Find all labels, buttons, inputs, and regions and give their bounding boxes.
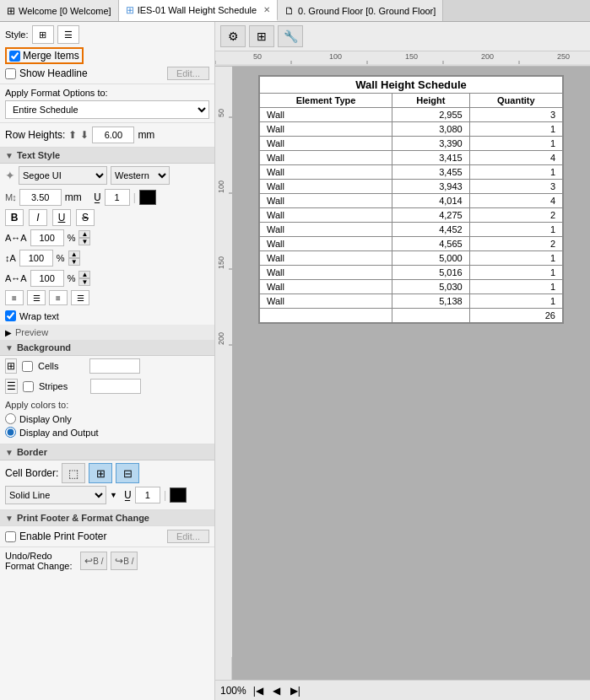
border-btn-outer[interactable]: ⬚ — [62, 463, 85, 483]
cells-checkbox[interactable] — [22, 361, 33, 372]
char-spacing-up[interactable]: ▲ — [78, 230, 90, 238]
align-right-btn[interactable]: ≡ — [49, 290, 68, 305]
font-select[interactable]: Segoe UI — [19, 166, 107, 185]
line-type-select[interactable]: Solid Line — [5, 486, 106, 504]
bold-btn[interactable]: B — [5, 209, 24, 226]
redo-btn[interactable]: ↪ B / — [111, 552, 138, 570]
stripes-row: ☰ Stripes — [0, 376, 214, 396]
border-header[interactable]: ▼ Border — [0, 444, 214, 460]
svg-text:50: 50 — [253, 52, 262, 61]
svg-rect-0 — [215, 51, 590, 64]
table-cell: 2,955 — [392, 108, 470, 122]
border-btn-inner[interactable]: ⊟ — [116, 463, 139, 483]
tab-welcome-label: Welcome [0 Welcome] — [19, 6, 111, 16]
enable-print-footer-checkbox[interactable] — [5, 531, 16, 542]
table-cell: 2 — [469, 208, 562, 223]
preview-row[interactable]: ▶ Preview — [0, 325, 214, 340]
pct-label-3: % — [68, 273, 76, 283]
merge-items-checkbox[interactable] — [9, 51, 20, 62]
nav-first-btn[interactable]: |◀ — [252, 684, 265, 697]
show-headline-checkbox[interactable] — [5, 68, 16, 79]
left-ruler: 50 100 150 200 — [215, 67, 232, 680]
nav-prev-btn[interactable]: ◀ — [270, 684, 284, 697]
tab-bar: ⊞ Welcome [0 Welcome] ⊞ IES-01 Wall Heig… — [0, 0, 590, 22]
table-btn[interactable]: ⊞ — [249, 25, 274, 47]
line-spacing-spin[interactable]: ▲ ▼ — [68, 250, 80, 266]
preview-arrow-icon: ▶ — [5, 328, 12, 337]
underline-btn[interactable]: U — [52, 209, 71, 226]
schedule-header-row: Element Type Height Quantity — [260, 94, 563, 108]
settings-btn[interactable]: ⚙ — [220, 25, 246, 47]
line-spacing-icon: ↕A — [5, 253, 16, 263]
italic-btn[interactable]: I — [29, 209, 47, 226]
style-edit-btn[interactable]: Edit... — [167, 67, 209, 80]
align-center-btn[interactable]: ☰ — [27, 290, 46, 305]
stripes-checkbox[interactable] — [23, 381, 34, 392]
size-icon: M↕ — [5, 192, 16, 202]
cells-color-box[interactable] — [89, 358, 140, 374]
border-btn-all[interactable]: ⊞ — [89, 463, 112, 483]
strikethrough-btn[interactable]: S — [76, 209, 95, 226]
border-width-input[interactable] — [135, 487, 160, 503]
print-footer-edit-btn[interactable]: Edit... — [167, 530, 209, 543]
apply-format-select[interactable]: Entire Schedule — [5, 100, 209, 119]
underline-width-input[interactable] — [105, 189, 130, 206]
word-spacing-up[interactable]: ▲ — [78, 271, 90, 278]
undo-redo-label1: Undo/Redo — [5, 551, 72, 561]
text-color-box[interactable] — [139, 190, 156, 205]
table-cell: 4,275 — [392, 208, 470, 223]
close-tab-icon[interactable]: ✕ — [263, 5, 270, 14]
table-row: Wall2,9553 — [260, 108, 563, 122]
size-input[interactable] — [19, 189, 62, 206]
wrap-text-checkbox[interactable] — [5, 310, 16, 321]
table-cell: 2 — [469, 237, 562, 251]
format-btn[interactable]: 🔧 — [278, 25, 303, 47]
undo-btn[interactable]: ↩ B / — [80, 552, 107, 570]
size-unit: mm — [65, 191, 82, 203]
border-arrow: ▼ — [5, 448, 14, 457]
stripes-color-box[interactable] — [90, 379, 141, 394]
char-spacing-down[interactable]: ▼ — [78, 238, 90, 245]
table-cell: 3,080 — [392, 122, 470, 137]
display-output-radio[interactable] — [5, 427, 16, 438]
undo-redo-section: Undo/Redo Format Change: ↩ B / ↪ B / — [0, 547, 214, 574]
word-spacing-spin[interactable]: ▲ ▼ — [78, 271, 90, 286]
print-footer-arrow: ▼ — [5, 514, 14, 523]
cells-pattern-icon: ⊞ — [5, 358, 17, 374]
undo-redo-label2: Format Change: — [5, 561, 72, 571]
align-left-btn[interactable]: ≡ — [5, 290, 24, 305]
table-cell: 1 — [469, 122, 562, 137]
char-spacing-spin[interactable]: ▲ ▼ — [78, 230, 90, 245]
word-spacing-down[interactable]: ▼ — [78, 278, 90, 286]
line-spacing-up[interactable]: ▲ — [68, 250, 80, 258]
tab-ground[interactable]: 🗋 0. Ground Floor [0. Ground Floor] — [278, 0, 443, 21]
font-row: ✦ Segoe UI Western — [0, 164, 214, 187]
line-spacing-down[interactable]: ▼ — [68, 258, 80, 266]
table-total-row: 26 — [260, 309, 563, 323]
stripes-pattern-icon: ☰ — [5, 379, 18, 394]
background-header[interactable]: ▼ Background — [0, 340, 214, 356]
style-btn-grid2[interactable]: ☰ — [57, 25, 79, 44]
display-only-radio[interactable] — [5, 413, 16, 424]
table-row: Wall5,1381 — [260, 294, 563, 309]
char-spacing-input[interactable] — [30, 229, 64, 246]
text-style-header[interactable]: ▼ Text Style — [0, 148, 214, 164]
col-element-type: Element Type — [260, 94, 392, 108]
table-cell: Wall — [260, 266, 392, 280]
nav-next-btn[interactable]: ▶| — [289, 684, 302, 697]
print-footer-header[interactable]: ▼ Print Footer & Format Change — [0, 510, 214, 526]
table-cell: Wall — [260, 294, 392, 309]
border-color-box[interactable] — [170, 487, 187, 503]
apply-format-label: Apply Format Options to: — [5, 88, 209, 98]
line-spacing-input[interactable] — [19, 250, 53, 267]
align-justify-btn[interactable]: ☰ — [71, 290, 89, 305]
table-cell: 3,455 — [392, 165, 470, 180]
tab-schedule[interactable]: ⊞ IES-01 Wall Height Schedule ✕ — [119, 0, 278, 21]
row-height-icon-down: ⬇ — [80, 129, 89, 141]
display-only-label: Display Only — [19, 414, 72, 424]
row-heights-input[interactable] — [92, 127, 134, 143]
tab-welcome[interactable]: ⊞ Welcome [0 Welcome] — [0, 0, 119, 21]
script-select[interactable]: Western — [111, 166, 170, 185]
word-spacing-input[interactable] — [30, 270, 64, 287]
style-btn-grid1[interactable]: ⊞ — [32, 25, 54, 44]
